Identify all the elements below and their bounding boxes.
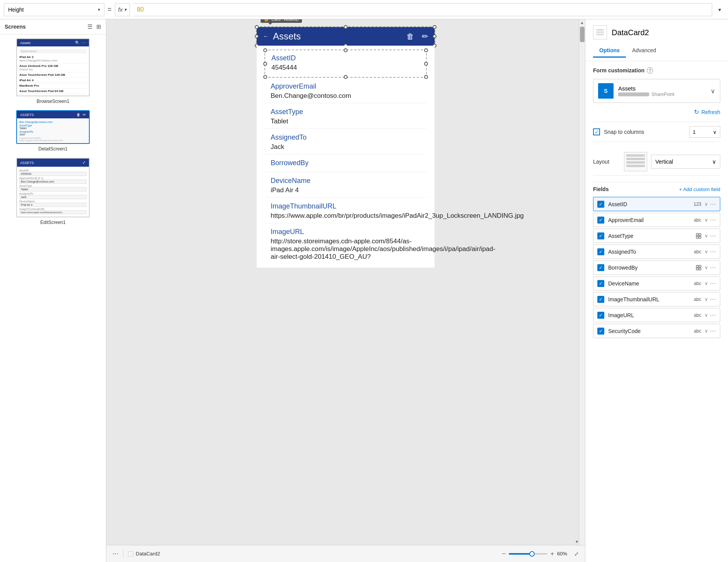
field-type-chevron-assetid[interactable]: ∨	[704, 201, 708, 207]
field-row-devicename[interactable]: ✓ DeviceName abc ∨ ⋯	[593, 276, 720, 290]
zoom-minus-btn[interactable]: −	[502, 550, 505, 557]
field-row-assignedto[interactable]: ✓ AssignedTo abc ∨ ⋯	[593, 244, 720, 259]
card-handle-tr[interactable]	[424, 48, 428, 52]
field-check-approveremail[interactable]: ✓	[597, 217, 604, 224]
field-dots-imagethumburl[interactable]: ⋯	[710, 296, 716, 303]
detail-thumb-body: Ben.Change@contoso.com AssetType Tablet …	[17, 118, 89, 143]
card-handle-bl[interactable]	[263, 75, 267, 79]
snap-checkbox[interactable]: ✓	[593, 128, 600, 135]
field-check-securitycode[interactable]: ✓	[597, 328, 604, 335]
field-name-approveremail: ApproverEmail	[608, 217, 694, 223]
card-handle-tc[interactable]	[344, 48, 348, 52]
help-icon[interactable]: ?	[647, 67, 653, 73]
snap-value-select[interactable]: 1 ∨	[689, 126, 720, 138]
fx-button[interactable]: fx ▾	[115, 3, 130, 16]
property-chevron[interactable]: ▾	[98, 7, 100, 12]
field-check-assignedto[interactable]: ✓	[597, 248, 604, 255]
card-handle-mr[interactable]	[424, 62, 428, 66]
field-row-approveremail[interactable]: ✓ ApproverEmail abc ∨ ⋯	[593, 213, 720, 227]
formula-expand-btn[interactable]: ▾	[715, 5, 724, 14]
edit-screen-label: EditScreen1	[40, 220, 65, 225]
field-dots-assetid[interactable]: ⋯	[710, 200, 716, 208]
zoom-expand-icon[interactable]: ⤢	[574, 551, 579, 557]
field-type-chevron-assettype[interactable]: ∨	[704, 233, 708, 239]
app-edit-icon[interactable]: ✏	[422, 32, 428, 41]
detail-thumb-more: ImageThumbnailURLhttps://apple.com/br/pr…	[19, 137, 87, 142]
edit-thumb-field-2: ApproverEmail (if 1) Ben.Change@contoso.…	[19, 177, 87, 184]
handle-mr[interactable]	[433, 34, 436, 38]
screen-item-detail[interactable]: ASSETS 🗑 ✏ Ben.Change@contoso.com AssetT…	[4, 110, 102, 152]
field-row-imagethumburl[interactable]: ✓ ImageThumbnailURL abc ∨ ⋯	[593, 292, 720, 306]
field-check-imageurl[interactable]: ✓	[597, 312, 604, 319]
field-dots-assettype[interactable]: ⋯	[710, 232, 716, 239]
field-check-imagethumburl[interactable]: ✓	[597, 296, 604, 303]
card-handle-ml[interactable]	[263, 62, 267, 66]
field-dots-imageurl[interactable]: ⋯	[710, 311, 716, 319]
screen-item-edit[interactable]: ASSETS ✓ AssetID 4545444 ApproverEmail (…	[4, 158, 102, 225]
field-type-chevron-securitycode[interactable]: ∨	[704, 328, 708, 334]
sidebar-list-icon[interactable]: ☰	[87, 23, 92, 30]
handle-tr[interactable]	[433, 25, 436, 29]
field-check-borrowedby[interactable]: ✓	[597, 264, 604, 271]
field-type-chevron-devicename[interactable]: ∨	[704, 280, 708, 286]
sidebar-grid-icon[interactable]: ⊞	[96, 23, 101, 30]
field-dots-securitycode[interactable]: ⋯	[710, 327, 716, 335]
datasource-name: Assets	[618, 85, 706, 92]
zoom-slider[interactable]	[509, 553, 547, 555]
scroll-bottom-arrow[interactable]: ▼	[575, 538, 579, 545]
field-dots-approveremail[interactable]: ⋯	[710, 216, 716, 224]
handle-tl[interactable]	[255, 25, 259, 29]
field-type-chevron-borrowedby[interactable]: ∨	[704, 265, 708, 270]
field-dots-assignedto[interactable]: ⋯	[710, 248, 716, 255]
handle-ml[interactable]	[255, 34, 259, 38]
field-section-imageurl: ImageURL http://store.storeimages.cdn-ap…	[264, 223, 427, 264]
field-type-chevron-assignedto[interactable]: ∨	[704, 249, 708, 255]
assetid-card[interactable]: AssetID 4545444	[264, 50, 427, 78]
property-selector[interactable]: Height ▾	[4, 3, 104, 16]
bottom-bar-checkbox[interactable]	[128, 551, 133, 557]
canvas-scrollbar[interactable]: ▲ ▼	[579, 19, 585, 562]
bottom-bar-menu[interactable]: ···	[113, 550, 118, 558]
card-handle-br[interactable]	[424, 75, 428, 79]
tab-advanced[interactable]: Advanced	[626, 44, 662, 58]
section-title-text: Form customization	[593, 67, 644, 73]
field-row-assettype[interactable]: ✓ AssetType ∨ ⋯	[593, 229, 720, 243]
detail-thumb-icons: 🗑 ✏	[77, 113, 86, 117]
card-handle-tl[interactable]	[263, 48, 267, 52]
detail-thumb-title: ASSETS	[20, 113, 34, 117]
handle-tc[interactable]	[344, 25, 348, 29]
field-row-imageurl[interactable]: ✓ ImageURL abc ∨ ⋯	[593, 308, 720, 322]
zoom-plus-btn[interactable]: +	[551, 550, 554, 557]
field-value-assignedto: Jack	[271, 143, 421, 151]
datasource-redacted	[618, 92, 649, 96]
app-content: AssetID 4545444 ApproverEmail Ben.Change…	[257, 46, 435, 268]
field-dots-borrowedby[interactable]: ⋯	[710, 264, 716, 271]
field-section-borrowedby: BorrowedBy	[264, 154, 427, 172]
zoom-slider-thumb[interactable]	[529, 551, 535, 557]
datasource-expand-btn[interactable]: ∨	[711, 87, 715, 95]
field-check-assettype[interactable]: ✓	[597, 232, 604, 239]
refresh-btn[interactable]: ↻ Refresh	[694, 108, 720, 116]
field-row-assetid[interactable]: ✓ AssetID 123 ∨ ⋯	[593, 197, 720, 211]
field-type-chevron-imagethumburl[interactable]: ∨	[704, 296, 708, 302]
screen-item-browse[interactable]: Assets 🔍 ⋯ Search items iPad Air 2 dani.…	[4, 38, 102, 104]
field-row-borrowedby[interactable]: ✓ BorrowedBy ∨ ⋯	[593, 260, 720, 275]
field-type-assignedto: abc	[694, 249, 701, 255]
field-row-securitycode[interactable]: ✓ SecurityCode abc ∨ ⋯	[593, 324, 720, 338]
scroll-thumb[interactable]	[580, 27, 585, 42]
tab-options[interactable]: Options	[593, 44, 626, 58]
add-custom-field-btn[interactable]: + Add custom field	[679, 186, 720, 192]
app-delete-icon[interactable]: 🗑	[406, 32, 414, 41]
field-type-chevron-approveremail[interactable]: ∨	[704, 217, 708, 223]
fx-chevron: ▾	[124, 7, 126, 12]
card-handle-bc[interactable]	[344, 75, 348, 79]
field-dots-devicename[interactable]: ⋯	[710, 280, 716, 287]
field-check-devicename[interactable]: ✓	[597, 280, 604, 287]
formula-value[interactable]: 80	[133, 3, 712, 16]
layout-select[interactable]: Vertical ∨	[651, 155, 720, 169]
app-back-icon[interactable]: ←	[263, 33, 269, 40]
field-name-imageurl: ImageURL	[608, 312, 694, 318]
field-type-chevron-imageurl[interactable]: ∨	[704, 312, 708, 318]
field-check-assetid[interactable]: ✓	[597, 201, 604, 208]
scroll-up[interactable]: ▲	[579, 19, 585, 26]
